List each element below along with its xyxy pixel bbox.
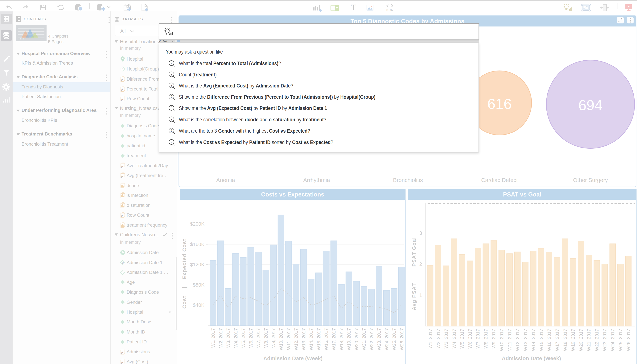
svg-text:W23, 2017: W23, 2017 — [377, 328, 382, 350]
svg-text:W3, 2017: W3, 2017 — [226, 328, 231, 348]
svg-text:W12, 2017: W12, 2017 — [293, 328, 299, 350]
svg-text:fx: fx — [121, 88, 123, 91]
svg-text:W9, 2017: W9, 2017 — [491, 329, 496, 348]
svg-text:W16, 2017: W16, 2017 — [324, 328, 329, 350]
svg-text:W20, 2017: W20, 2017 — [578, 329, 584, 351]
svg-text:Admission Date (Week): Admission Date (Week) — [263, 356, 323, 361]
svg-text:2: 2 — [419, 261, 422, 267]
svg-text:Avg PSAT | PSAT Goal: Avg PSAT | PSAT Goal — [411, 237, 417, 310]
svg-text:?: ? — [170, 61, 172, 65]
svg-text:W8, 2017: W8, 2017 — [483, 329, 488, 348]
svg-text:Cost | Expected Cost: Cost | Expected Cost — [182, 238, 187, 308]
svg-text:3: 3 — [419, 230, 422, 236]
svg-text:W13, 2017: W13, 2017 — [301, 328, 306, 350]
svg-text:W17, 2017: W17, 2017 — [331, 328, 337, 350]
svg-text:fx: fx — [121, 214, 123, 217]
svg-text:HTML: HTML — [386, 8, 393, 11]
svg-text:W18, 2017: W18, 2017 — [563, 329, 568, 351]
svg-text:W21, 2017: W21, 2017 — [362, 328, 367, 350]
svg-text:W14, 2017: W14, 2017 — [308, 328, 314, 350]
svg-text:W26, 2017: W26, 2017 — [399, 328, 404, 350]
svg-text:fx: fx — [122, 68, 124, 70]
svg-text:fx: fx — [121, 361, 123, 364]
svg-text:W24, 2017: W24, 2017 — [610, 329, 615, 351]
svg-text:1: 1 — [419, 292, 422, 298]
svg-text:W8, 2017: W8, 2017 — [263, 328, 268, 348]
svg-text:W21, 2017: W21, 2017 — [586, 329, 591, 351]
svg-text:W4, 2017: W4, 2017 — [452, 329, 457, 348]
svg-text:fx: fx — [121, 78, 123, 81]
svg-text:fx: fx — [121, 351, 123, 354]
svg-text:W9, 2017: W9, 2017 — [271, 328, 276, 348]
svg-text:fx: fx — [121, 98, 123, 101]
svg-text:?: ? — [170, 72, 172, 76]
svg-text:?: ? — [170, 129, 172, 132]
svg-text:W22, 2017: W22, 2017 — [369, 328, 374, 350]
svg-text:W23, 2017: W23, 2017 — [602, 329, 607, 351]
svg-text:W4, 2017: W4, 2017 — [233, 328, 238, 348]
svg-text:$80K: $80K — [193, 282, 204, 288]
svg-text:?: ? — [170, 106, 172, 110]
svg-text:W24, 2017: W24, 2017 — [384, 328, 389, 350]
svg-text:W22, 2017: W22, 2017 — [594, 329, 599, 351]
svg-text:W18, 2017: W18, 2017 — [339, 328, 344, 350]
svg-text:W2, 2017: W2, 2017 — [436, 329, 441, 348]
svg-text:W10, 2017: W10, 2017 — [499, 329, 504, 351]
svg-text:$200K: $200K — [190, 221, 205, 227]
svg-text:W1, 2017: W1, 2017 — [211, 328, 216, 348]
svg-text:?: ? — [170, 118, 172, 121]
svg-text:$40K: $40K — [193, 302, 204, 308]
svg-text:W20, 2017: W20, 2017 — [354, 328, 359, 350]
svg-text:W10, 2017: W10, 2017 — [278, 328, 284, 350]
svg-text:W5, 2017: W5, 2017 — [459, 329, 465, 348]
svg-text:fx: fx — [122, 261, 124, 264]
svg-text:W11, 2017: W11, 2017 — [507, 329, 512, 351]
svg-text:?: ? — [170, 140, 172, 144]
svg-text:W14, 2017: W14, 2017 — [531, 329, 536, 351]
svg-text:?: ? — [170, 84, 172, 87]
svg-text:W12, 2017: W12, 2017 — [515, 329, 520, 351]
svg-text:$120K: $120K — [190, 262, 205, 268]
svg-text:fx: fx — [121, 165, 123, 168]
svg-text:W19, 2017: W19, 2017 — [570, 329, 576, 351]
svg-text:W15, 2017: W15, 2017 — [316, 328, 321, 350]
svg-text:W3, 2017: W3, 2017 — [444, 329, 449, 348]
svg-text:W13, 2017: W13, 2017 — [523, 329, 528, 351]
svg-text:W15, 2017: W15, 2017 — [539, 329, 544, 351]
svg-text:W25, 2017: W25, 2017 — [392, 328, 397, 350]
svg-text:$160K: $160K — [190, 242, 205, 247]
svg-text:fx: fx — [121, 175, 123, 178]
svg-text:W2, 2017: W2, 2017 — [218, 328, 223, 348]
svg-text:W6, 2017: W6, 2017 — [467, 329, 473, 348]
svg-text:W6, 2017: W6, 2017 — [248, 328, 253, 348]
svg-text:W5, 2017: W5, 2017 — [241, 328, 246, 348]
svg-text:W16, 2017: W16, 2017 — [547, 329, 552, 351]
svg-text:W17, 2017: W17, 2017 — [555, 329, 560, 351]
svg-text:W7, 2017: W7, 2017 — [475, 329, 480, 348]
svg-text:W25, 2017: W25, 2017 — [618, 329, 623, 351]
svg-text:W19, 2017: W19, 2017 — [346, 328, 352, 350]
svg-text:W11, 2017: W11, 2017 — [286, 328, 291, 350]
svg-text:W7, 2017: W7, 2017 — [256, 328, 261, 348]
svg-text:W1, 2017: W1, 2017 — [428, 329, 433, 348]
svg-text:Admission Date (Week): Admission Date (Week) — [502, 356, 561, 361]
svg-text:W26, 2017: W26, 2017 — [626, 329, 631, 351]
svg-text:?: ? — [170, 95, 172, 98]
svg-text:fx: fx — [122, 271, 124, 274]
